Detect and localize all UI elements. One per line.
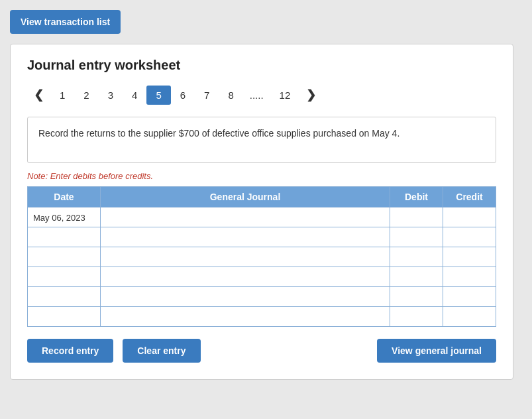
row-1-credit[interactable] (443, 208, 496, 227)
row-6-date[interactable] (28, 307, 101, 327)
page-5-button[interactable]: 5 (146, 86, 170, 105)
table-row (28, 247, 496, 267)
row-2-credit[interactable] (443, 227, 496, 247)
row-2-date[interactable] (28, 227, 101, 247)
journal-table: Date General Journal Debit Credit May 06… (27, 186, 496, 327)
row-2-debit[interactable] (390, 227, 443, 247)
worksheet-card: Journal entry worksheet ❮ 1 2 3 4 5 6 7 … (10, 44, 513, 380)
table-row (28, 267, 496, 287)
row-4-date-input[interactable] (28, 267, 100, 286)
row-6-credit[interactable] (443, 307, 496, 327)
table-row (28, 227, 496, 247)
row-1-date-value: May 06, 2023 (28, 210, 91, 225)
bottom-buttons: Record entry Clear entry View general jo… (27, 339, 496, 363)
pagination: ❮ 1 2 3 4 5 6 7 8 ..... 12 ❯ (27, 84, 496, 106)
row-2-date-input[interactable] (28, 227, 100, 247)
row-6-debit-input[interactable] (390, 307, 443, 326)
row-6-journal[interactable] (101, 307, 390, 327)
row-4-debit-input[interactable] (390, 267, 443, 286)
page-7-button[interactable]: 7 (195, 86, 219, 105)
page-1-button[interactable]: 1 (50, 86, 74, 105)
col-header-general-journal: General Journal (101, 187, 390, 208)
col-header-date: Date (28, 187, 101, 208)
row-3-credit[interactable] (443, 247, 496, 267)
row-5-debit[interactable] (390, 287, 443, 307)
page-4-button[interactable]: 4 (123, 86, 146, 105)
page-8-button[interactable]: 8 (219, 86, 242, 105)
row-1-debit[interactable] (390, 208, 443, 227)
row-3-debit-input[interactable] (390, 247, 443, 267)
row-3-credit-input[interactable] (443, 247, 496, 267)
page-3-button[interactable]: 3 (99, 86, 123, 105)
row-4-debit[interactable] (390, 267, 443, 287)
row-5-journal[interactable] (101, 287, 390, 307)
row-4-date[interactable] (28, 267, 101, 287)
page-2-button[interactable]: 2 (74, 86, 98, 105)
row-2-journal[interactable] (101, 227, 390, 247)
row-6-date-input[interactable] (28, 307, 100, 326)
pagination-dots: ..... (243, 86, 270, 105)
page-6-button[interactable]: 6 (171, 86, 195, 105)
row-5-credit-input[interactable] (443, 287, 496, 306)
row-2-debit-input[interactable] (390, 227, 443, 247)
row-4-credit-input[interactable] (443, 267, 496, 286)
row-1-journal[interactable] (101, 208, 390, 227)
table-row (28, 287, 496, 307)
row-3-date-input[interactable] (28, 247, 100, 267)
col-header-debit: Debit (390, 187, 443, 208)
row-3-debit[interactable] (390, 247, 443, 267)
row-5-date-input[interactable] (28, 287, 100, 306)
row-5-date[interactable] (28, 287, 101, 307)
row-4-journal[interactable] (101, 267, 390, 287)
worksheet-title: Journal entry worksheet (27, 58, 496, 73)
row-4-credit[interactable] (443, 267, 496, 287)
table-row (28, 307, 496, 327)
page-12-button[interactable]: 12 (270, 86, 300, 105)
col-header-credit: Credit (443, 187, 496, 208)
row-6-journal-input[interactable] (101, 307, 390, 326)
row-6-credit-input[interactable] (443, 307, 496, 326)
view-transaction-button[interactable]: View transaction list (10, 10, 121, 34)
instruction-text: Record the returns to the supplier $700 … (38, 128, 399, 139)
row-1-debit-input[interactable] (390, 208, 443, 227)
prev-page-button[interactable]: ❮ (27, 84, 50, 106)
record-entry-button[interactable]: Record entry (27, 339, 113, 363)
next-page-button[interactable]: ❯ (299, 84, 323, 106)
row-1-journal-input[interactable] (101, 208, 390, 227)
row-3-journal[interactable] (101, 247, 390, 267)
row-1-credit-input[interactable] (443, 208, 496, 227)
row-3-journal-input[interactable] (101, 247, 390, 267)
row-6-debit[interactable] (390, 307, 443, 327)
row-2-credit-input[interactable] (443, 227, 496, 247)
view-general-journal-button[interactable]: View general journal (377, 339, 496, 363)
row-5-journal-input[interactable] (101, 287, 390, 306)
row-1-date: May 06, 2023 (28, 208, 101, 227)
instruction-box: Record the returns to the supplier $700 … (27, 117, 496, 163)
row-2-journal-input[interactable] (101, 227, 390, 247)
row-4-journal-input[interactable] (101, 267, 390, 286)
row-5-debit-input[interactable] (390, 287, 443, 306)
row-3-date[interactable] (28, 247, 101, 267)
row-5-credit[interactable] (443, 287, 496, 307)
clear-entry-button[interactable]: Clear entry (123, 339, 200, 363)
top-bar: View transaction list (10, 10, 121, 34)
note-text: Note: Enter debits before credits. (27, 171, 496, 181)
table-row: May 06, 2023 (28, 208, 496, 227)
